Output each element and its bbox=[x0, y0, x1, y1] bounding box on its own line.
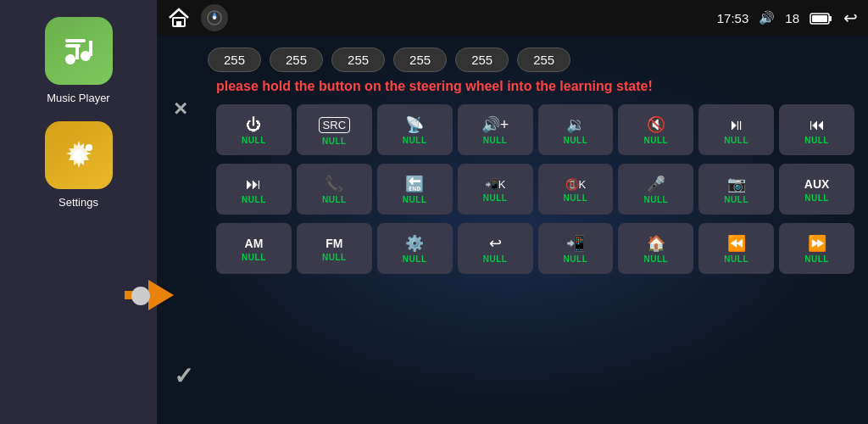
sidebar: Music Player Settings bbox=[0, 0, 157, 424]
camera-icon: 📷 bbox=[727, 176, 746, 192]
btn-src-label: NULL bbox=[322, 137, 347, 146]
am-icon: AM bbox=[245, 237, 264, 249]
svg-rect-5 bbox=[89, 41, 92, 56]
prev-icon: ⏮ bbox=[810, 117, 825, 132]
btn-vol-down[interactable]: 🔉 NULL bbox=[538, 104, 614, 155]
aux-icon: AUX bbox=[804, 178, 830, 190]
value-pill-2[interactable]: 255 bbox=[270, 47, 323, 72]
mic-icon: 🎤 bbox=[647, 176, 665, 192]
value-pill-6[interactable]: 255 bbox=[517, 47, 570, 72]
btn-src[interactable]: SRC NULL bbox=[297, 104, 372, 155]
btn-power-label: NULL bbox=[242, 136, 266, 145]
btn-am[interactable]: AM NULL bbox=[216, 223, 292, 274]
btn-eq[interactable]: ⚙️ NULL bbox=[377, 223, 453, 274]
mute-icon: 🔇 bbox=[647, 117, 665, 132]
btn-eq-label: NULL bbox=[403, 254, 427, 264]
btn-gps[interactable]: 📡 NULL bbox=[377, 104, 453, 155]
btn-bluetooth-label: NULL bbox=[564, 254, 588, 264]
vol-down-icon: 🔉 bbox=[566, 117, 585, 132]
svg-rect-13 bbox=[812, 15, 827, 22]
btn-mic[interactable]: 🎤 NULL bbox=[618, 164, 693, 215]
btn-hangup[interactable]: 🔚 NULL bbox=[377, 164, 453, 215]
playpause-icon: ⏯ bbox=[729, 117, 744, 132]
battery-icon bbox=[810, 10, 833, 25]
btn-power[interactable]: ⏻ NULL bbox=[216, 104, 292, 155]
btn-back[interactable]: ↩ NULL bbox=[458, 223, 533, 274]
btn-reject-label: NULL bbox=[564, 193, 588, 203]
fwd-icon: ⏩ bbox=[808, 236, 826, 251]
btn-playpause-label: NULL bbox=[724, 136, 748, 145]
src-icon: SRC bbox=[319, 117, 350, 133]
hangup-icon: 🔚 bbox=[405, 176, 424, 192]
btn-mic-label: NULL bbox=[643, 195, 668, 204]
volume-icon: 🔊 bbox=[759, 10, 775, 25]
value-pill-4[interactable]: 255 bbox=[393, 47, 447, 72]
btn-vol-up[interactable]: 🔊+ NULL bbox=[458, 104, 533, 155]
svg-rect-9 bbox=[176, 21, 181, 26]
values-row: 255 255 255 255 255 255 bbox=[157, 36, 868, 79]
call-icon: 📞 bbox=[325, 176, 343, 192]
rew-icon: ⏪ bbox=[727, 236, 746, 251]
btn-bluetooth[interactable]: 📲 NULL bbox=[538, 223, 614, 274]
buttons-row-3: AM NULL FM NULL ⚙️ NULL ↩ NULL 📲 NULL 🏠 … bbox=[157, 223, 868, 279]
btn-home[interactable]: 🏠 NULL bbox=[618, 223, 693, 274]
fm-icon: FM bbox=[326, 237, 342, 249]
sidebar-item-music[interactable]: Music Player bbox=[45, 17, 113, 104]
vol-up-icon: 🔊+ bbox=[481, 117, 509, 132]
btn-reject[interactable]: 📵K NULL bbox=[538, 164, 614, 215]
btn-gps-label: NULL bbox=[403, 136, 427, 145]
btn-camera-label: NULL bbox=[724, 195, 748, 204]
value-pill-3[interactable]: 255 bbox=[331, 47, 385, 72]
btn-mute-label: NULL bbox=[643, 136, 668, 145]
btn-rew-label: NULL bbox=[724, 254, 748, 264]
topbar-right: 17:53 🔊 18 ↩ bbox=[717, 8, 858, 28]
btn-vol-down-label: NULL bbox=[564, 136, 588, 145]
svg-point-11 bbox=[213, 16, 216, 20]
instruction-text: please hold the button on the steering w… bbox=[157, 79, 868, 104]
btn-aux[interactable]: AUX NULL bbox=[779, 164, 854, 215]
value-pill-5[interactable]: 255 bbox=[455, 47, 509, 72]
btn-next[interactable]: ⏭ NULL bbox=[216, 164, 292, 215]
btn-playpause[interactable]: ⏯ NULL bbox=[698, 104, 774, 155]
home-btn-icon: 🏠 bbox=[647, 236, 665, 251]
svg-rect-14 bbox=[829, 16, 832, 21]
btn-prev-label: NULL bbox=[804, 136, 829, 145]
power-icon: ⏻ bbox=[246, 117, 261, 132]
main-content: × 255 255 255 255 255 255 please hold th… bbox=[157, 36, 868, 424]
btn-prev[interactable]: ⏮ NULL bbox=[779, 104, 854, 155]
close-button[interactable]: × bbox=[174, 95, 187, 122]
settings-icon bbox=[45, 121, 113, 189]
btn-next-label: NULL bbox=[242, 195, 266, 204]
confirm-button[interactable]: ✓ bbox=[174, 362, 193, 390]
buttons-row-1: ⏻ NULL SRC NULL 📡 NULL 🔊+ NULL 🔉 NULL 🔇 … bbox=[157, 104, 868, 160]
answer-icon: 📲K bbox=[485, 179, 506, 190]
svg-rect-3 bbox=[75, 44, 79, 59]
nav-app-icon[interactable] bbox=[201, 4, 228, 31]
btn-fwd-label: NULL bbox=[804, 254, 829, 264]
settings-label: Settings bbox=[58, 196, 98, 209]
btn-fwd[interactable]: ⏩ NULL bbox=[779, 223, 854, 274]
btn-mute[interactable]: 🔇 NULL bbox=[618, 104, 693, 155]
back-icon[interactable]: ↩ bbox=[843, 8, 858, 28]
svg-point-7 bbox=[86, 144, 92, 151]
btn-hangup-label: NULL bbox=[403, 195, 427, 204]
btn-answer-label: NULL bbox=[483, 193, 508, 203]
btn-fm[interactable]: FM NULL bbox=[297, 223, 372, 274]
btn-camera[interactable]: 📷 NULL bbox=[698, 164, 774, 215]
btn-vol-up-label: NULL bbox=[483, 136, 508, 145]
value-pill-1[interactable]: 255 bbox=[208, 47, 261, 72]
btn-call[interactable]: 📞 NULL bbox=[297, 164, 372, 215]
topbar: 17:53 🔊 18 ↩ bbox=[157, 0, 868, 36]
back-arrow-icon: ↩ bbox=[489, 236, 502, 251]
buttons-row-2: ⏭ NULL 📞 NULL 🔚 NULL 📲K NULL 📵K NULL 🎤 N… bbox=[157, 164, 868, 220]
btn-rew[interactable]: ⏪ NULL bbox=[698, 223, 774, 274]
reject-icon: 📵K bbox=[565, 179, 587, 190]
time-display: 17:53 bbox=[717, 11, 749, 25]
sidebar-item-settings[interactable]: Settings bbox=[45, 121, 113, 209]
btn-am-label: NULL bbox=[242, 253, 266, 262]
home-icon[interactable] bbox=[167, 6, 191, 30]
btn-fm-label: NULL bbox=[322, 253, 347, 262]
btn-answer[interactable]: 📲K NULL bbox=[458, 164, 533, 215]
svg-point-2 bbox=[65, 54, 75, 64]
topbar-left bbox=[167, 4, 228, 31]
